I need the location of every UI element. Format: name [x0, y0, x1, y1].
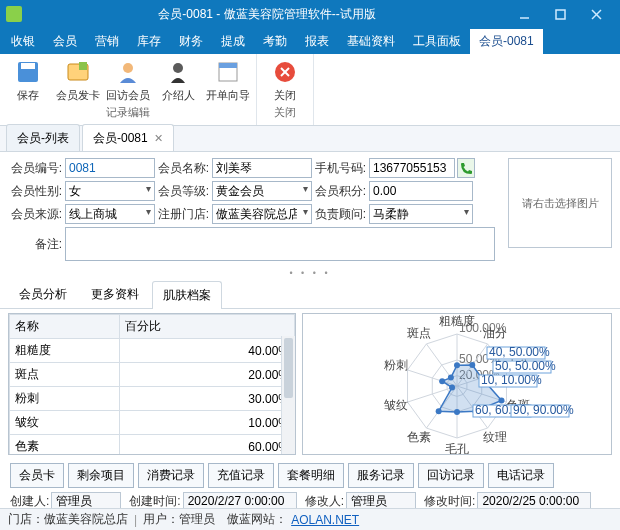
window-title: 会员-0081 - 傲蓝美容院管理软件--试用版: [28, 6, 506, 23]
ribbon-group-edit: 保存会员发卡回访会员介绍人开单向导 记录编辑: [0, 54, 257, 125]
menu-item[interactable]: 考勤: [254, 29, 296, 54]
table-row[interactable]: 粉刺30.00%: [10, 387, 295, 411]
svg-point-48: [454, 409, 460, 415]
record-button[interactable]: 套餐明细: [278, 463, 344, 488]
svg-text:50, 50.00%: 50, 50.00%: [495, 359, 556, 373]
svg-text:90, 90.00%: 90, 90.00%: [513, 403, 574, 417]
svg-point-9: [123, 63, 133, 73]
status-store: 傲蓝美容院总店: [44, 511, 128, 528]
close-ribbon-button[interactable]: 关闭: [263, 56, 307, 103]
member-name-input[interactable]: [212, 158, 312, 178]
menu-item[interactable]: 基础资料: [338, 29, 404, 54]
svg-text:粗糙度: 粗糙度: [439, 314, 475, 328]
svg-rect-8: [79, 62, 87, 70]
svg-point-44: [469, 362, 475, 368]
subtab[interactable]: 会员分析: [8, 280, 78, 308]
member-form: 会员编号: 会员名称: 手机号码: 会员性别: 女 会员等级: 黄金会员 会员积…: [0, 152, 620, 266]
menu-item[interactable]: 收银: [2, 29, 44, 54]
svg-text:10, 10.00%: 10, 10.00%: [481, 373, 542, 387]
menu-item[interactable]: 工具面板: [404, 29, 470, 54]
close-icon: [271, 58, 299, 86]
svg-rect-2: [556, 10, 565, 19]
titlebar: 会员-0081 - 傲蓝美容院管理软件--试用版: [0, 0, 620, 28]
table-scrollbar[interactable]: [281, 336, 295, 454]
record-button[interactable]: 服务记录: [348, 463, 414, 488]
level-select[interactable]: 黄金会员: [212, 181, 312, 201]
svg-point-10: [173, 63, 183, 73]
member-no-input[interactable]: [65, 158, 155, 178]
ribbon-icon: [114, 58, 142, 86]
maximize-button[interactable]: [542, 0, 578, 28]
table-row[interactable]: 斑点20.00%: [10, 363, 295, 387]
menu-item[interactable]: 财务: [170, 29, 212, 54]
svg-point-49: [436, 408, 442, 414]
table-row[interactable]: 皱纹10.00%: [10, 411, 295, 435]
svg-text:纹理: 纹理: [483, 430, 507, 444]
table-row[interactable]: 色素60.00%: [10, 435, 295, 456]
svg-text:油分: 油分: [483, 326, 507, 340]
record-button[interactable]: 回访记录: [418, 463, 484, 488]
record-button[interactable]: 充值记录: [208, 463, 274, 488]
svg-point-52: [448, 375, 454, 381]
member-photo-placeholder[interactable]: 请右击选择图片: [508, 158, 612, 248]
status-user: 管理员: [179, 511, 215, 528]
phone-icon[interactable]: [457, 158, 475, 178]
record-button[interactable]: 电话记录: [488, 463, 554, 488]
skin-table: 名称 百分比 粗糙度40.00%斑点20.00%粉刺30.00%皱纹10.00%…: [8, 313, 296, 455]
ribbon-group-label: 记录编辑: [106, 105, 150, 120]
menu-item[interactable]: 报表: [296, 29, 338, 54]
svg-text:40, 50.00%: 40, 50.00%: [489, 345, 550, 359]
radar-chart: 20.00%50.00%100.00%粗糙度油分水分色斑纹理毛孔色素皱纹粉刺斑点…: [302, 313, 612, 455]
close-button[interactable]: [578, 0, 614, 28]
svg-point-51: [439, 378, 445, 384]
ribbon-button[interactable]: 介绍人: [156, 56, 200, 103]
ribbon-icon: [164, 58, 192, 86]
ribbon-icon: [64, 58, 92, 86]
tab-close-icon[interactable]: ✕: [154, 132, 163, 145]
subtabs: 会员分析更多资料肌肤档案: [0, 280, 620, 309]
menu-item[interactable]: 会员-0081: [470, 29, 543, 54]
manager-select[interactable]: 马柔静: [369, 204, 473, 224]
svg-text:色素: 色素: [407, 430, 431, 444]
ribbon-button[interactable]: 开单向导: [206, 56, 250, 103]
col-name[interactable]: 名称: [10, 315, 120, 339]
document-tabstrip: 会员-列表会员-0081✕: [0, 126, 620, 152]
subtab[interactable]: 更多资料: [80, 280, 150, 308]
app-icon: [6, 6, 22, 22]
menu-item[interactable]: 会员: [44, 29, 86, 54]
ribbon-group-close: 关闭 关闭: [257, 54, 314, 125]
ribbon-button[interactable]: 保存: [6, 56, 50, 103]
svg-text:粉刺: 粉刺: [384, 358, 408, 372]
statusbar: 门店：傲蓝美容院总店 | 用户：管理员 傲蓝网站：AOLAN.NET: [0, 508, 620, 530]
record-button[interactable]: 会员卡: [10, 463, 64, 488]
menu-item[interactable]: 提成: [212, 29, 254, 54]
ribbon-button[interactable]: 会员发卡: [56, 56, 100, 103]
svg-text:皱纹: 皱纹: [384, 398, 408, 412]
table-row[interactable]: 粗糙度40.00%: [10, 339, 295, 363]
phone-input[interactable]: [369, 158, 455, 178]
record-button[interactable]: 剩余项目: [68, 463, 134, 488]
gender-select[interactable]: 女: [65, 181, 155, 201]
record-button[interactable]: 消费记录: [138, 463, 204, 488]
points-input[interactable]: [369, 181, 473, 201]
remark-textarea[interactable]: [65, 227, 495, 261]
svg-text:毛孔: 毛孔: [445, 442, 469, 454]
source-select[interactable]: 线上商城: [65, 204, 155, 224]
svg-point-43: [454, 362, 460, 368]
website-link[interactable]: AOLAN.NET: [291, 513, 359, 527]
svg-text:斑点: 斑点: [407, 326, 431, 340]
svg-point-50: [449, 385, 455, 391]
ribbon-group-label: 关闭: [274, 105, 296, 120]
menubar: 收银会员营销库存财务提成考勤报表基础资料工具面板会员-0081: [0, 28, 620, 54]
reg-store-select[interactable]: 傲蓝美容院总店: [212, 204, 312, 224]
menu-item[interactable]: 营销: [86, 29, 128, 54]
record-buttons: 会员卡剩余项目消费记录充值记录套餐明细服务记录回访记录电话记录: [0, 459, 620, 490]
menu-item[interactable]: 库存: [128, 29, 170, 54]
minimize-button[interactable]: [506, 0, 542, 28]
subtab[interactable]: 肌肤档案: [152, 281, 222, 309]
document-tab[interactable]: 会员-0081✕: [82, 124, 174, 151]
document-tab[interactable]: 会员-列表: [6, 124, 80, 151]
col-pct[interactable]: 百分比: [120, 315, 295, 339]
ribbon-button[interactable]: 回访会员: [106, 56, 150, 103]
ribbon-icon: [214, 58, 242, 86]
